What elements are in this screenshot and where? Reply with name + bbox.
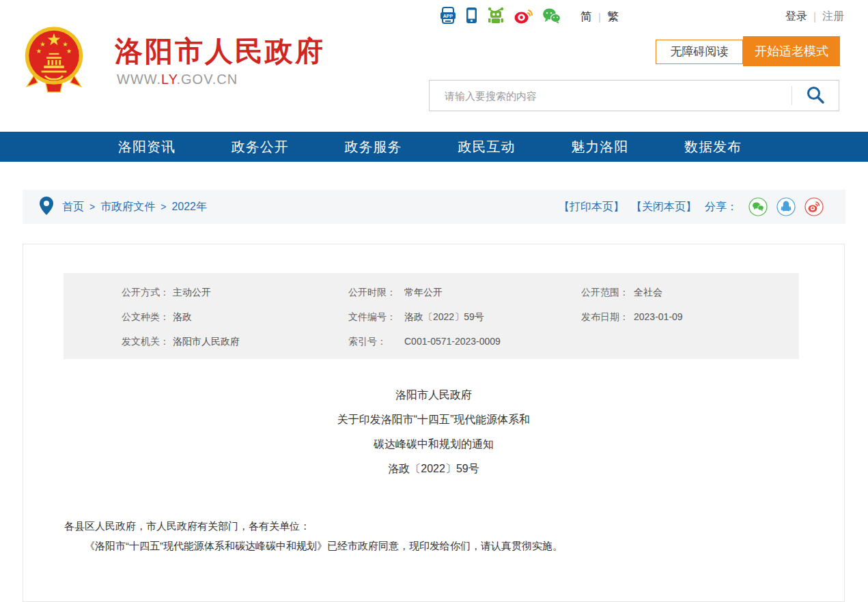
weibo-icon[interactable] <box>514 8 533 24</box>
search-icon <box>806 85 825 106</box>
meta-row-issuing-agency: 发文机关：洛阳市人民政府 <box>122 329 240 354</box>
breadcrumb-separator: > <box>160 201 166 212</box>
metadata-column-3: 公开范围：全社会 发布日期：2023-01-09 <box>581 280 683 329</box>
share-qq-icon[interactable] <box>776 197 796 216</box>
nav-item-data-release[interactable]: 数据发布 <box>684 132 742 162</box>
share-weibo-icon[interactable] <box>804 197 824 216</box>
search-button[interactable] <box>792 81 839 111</box>
meta-row-publish-date: 发布日期：2023-01-09 <box>581 304 683 329</box>
document-paragraph: 《洛阳市“十四五”现代能源体系和碳达峰碳中和规划》已经市政府同意，现印发给你们，… <box>64 536 805 556</box>
nav-item-charming-luoyang[interactable]: 魅力洛阳 <box>571 132 628 162</box>
main-navigation: 洛阳资讯 政务公开 政务服务 政民互动 魅力洛阳 数据发布 <box>0 132 868 162</box>
lang-divider: | <box>598 11 601 23</box>
wechat-icon[interactable] <box>542 8 561 24</box>
breadcrumb-separator: > <box>89 201 95 212</box>
auth-divider: | <box>813 11 816 23</box>
meta-row-disclosure-period: 公开时限：常年公开 <box>348 280 501 304</box>
topbar-icon-links: APP <box>440 7 561 24</box>
document-content-panel: 公开方式：主动公开 公文种类：洛政 发文机关：洛阳市人民政府 公开时限：常年公开… <box>23 244 845 602</box>
document-title-line1: 洛阳市人民政府 <box>23 383 844 407</box>
page-actions: 【打印本页】 【关闭本页】 分享： <box>559 197 824 216</box>
close-page-button[interactable]: 【关闭本页】 <box>631 200 697 214</box>
lang-simplified-link[interactable]: 简 <box>580 9 592 25</box>
accessibility-reading-button[interactable]: 无障碍阅读 <box>656 40 743 64</box>
nav-item-public-interaction[interactable]: 政民互动 <box>458 132 515 162</box>
site-title: 洛阳市人民政府 <box>115 33 325 70</box>
location-pin-icon <box>40 197 53 218</box>
meta-row-disclosure-scope: 公开范围：全社会 <box>581 280 683 304</box>
document-metadata-table: 公开方式：主动公开 公文种类：洛政 发文机关：洛阳市人民政府 公开时限：常年公开… <box>64 273 799 359</box>
breadcrumb-gov-files-link[interactable]: 市政府文件 <box>100 200 155 214</box>
site-url: WWW.LY.GOV.CN <box>117 72 238 87</box>
nav-item-gov-services[interactable]: 政务服务 <box>345 132 402 162</box>
print-page-button[interactable]: 【打印本页】 <box>559 200 624 214</box>
elder-mode-button[interactable]: 开始适老模式 <box>743 36 840 66</box>
share-label: 分享： <box>705 200 738 214</box>
meta-row-index-number: 索引号：C001-0571-2023-0009 <box>348 329 501 354</box>
breadcrumb-home-link[interactable]: 首页 <box>62 200 84 214</box>
breadcrumb: 首页 > 市政府文件 > 2022年 <box>62 200 207 214</box>
site-search <box>429 80 839 111</box>
language-switch: 简 | 繁 <box>580 9 619 25</box>
register-link[interactable]: 注册 <box>822 10 844 24</box>
app-download-icon[interactable]: APP <box>440 7 456 24</box>
lang-traditional-link[interactable]: 繁 <box>607 9 619 25</box>
nav-item-gov-disclosure[interactable]: 政务公开 <box>232 132 289 162</box>
document-title-line3: 碳达峰碳中和规划的通知 <box>23 432 844 457</box>
document-title-line2: 关于印发洛阳市“十四五”现代能源体系和 <box>23 407 844 432</box>
mobile-version-icon[interactable] <box>466 7 477 24</box>
meta-row-document-type: 公文种类：洛政 <box>122 304 240 329</box>
breadcrumb-bar: 首页 > 市政府文件 > 2022年 【打印本页】 【关闭本页】 分享： <box>23 190 845 224</box>
meta-row-disclosure-method: 公开方式：主动公开 <box>122 280 240 304</box>
document-body: 各县区人民政府，市人民政府有关部门，各有关单位： 《洛阳市“十四五”现代能源体系… <box>64 516 805 556</box>
share-wechat-icon[interactable] <box>748 197 768 216</box>
search-input[interactable] <box>430 82 792 109</box>
document-number: 洛政〔2022〕59号 <box>23 457 844 481</box>
document-title: 洛阳市人民政府 关于印发洛阳市“十四五”现代能源体系和 碳达峰碳中和规划的通知 … <box>23 383 844 481</box>
metadata-column-1: 公开方式：主动公开 公文种类：洛政 发文机关：洛阳市人民政府 <box>122 280 240 354</box>
document-salutation: 各县区人民政府，市人民政府有关部门，各有关单位： <box>64 516 805 536</box>
smart-qa-robot-icon[interactable] <box>487 7 505 24</box>
nav-item-luoyang-news[interactable]: 洛阳资讯 <box>118 132 176 162</box>
auth-links: 登录 | 注册 <box>785 10 844 24</box>
metadata-column-2: 公开时限：常年公开 文件编号：洛政〔2022〕59号 索引号：C001-0571… <box>348 280 501 354</box>
breadcrumb-year-link[interactable]: 2022年 <box>171 200 207 214</box>
svg-text:APP: APP <box>443 14 453 18</box>
meta-row-document-number: 文件编号：洛政〔2022〕59号 <box>348 304 501 329</box>
national-emblem-logo <box>23 25 85 96</box>
government-webpage: APP <box>0 0 868 602</box>
login-link[interactable]: 登录 <box>785 10 807 24</box>
